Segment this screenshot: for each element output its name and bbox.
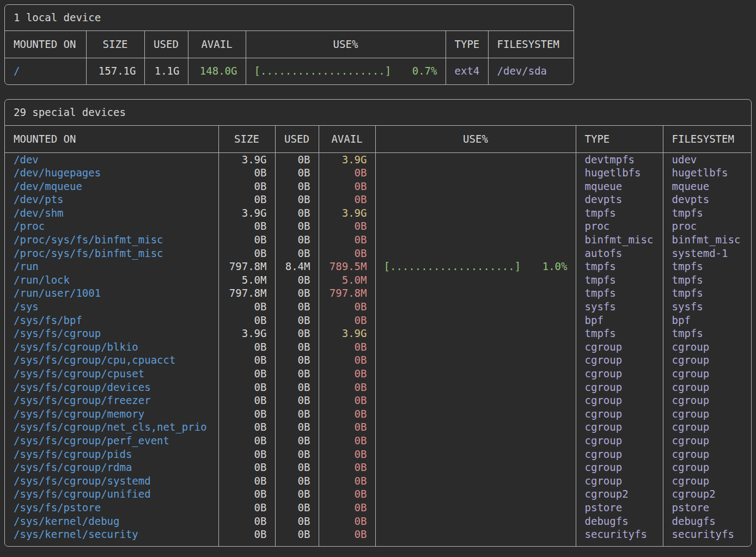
avail-cell: 0B [319, 474, 375, 488]
avail-cell: 3.9G [319, 206, 375, 220]
avail-cell: 0B [319, 166, 375, 180]
device-row: /dev/mqueue0B0B0Bmqueuemqueue [5, 180, 752, 193]
device-row: /dev/pts0B0B0Bdevptsdevpts [5, 193, 752, 206]
usage-cell [375, 353, 576, 367]
size-cell: 5.0M [218, 273, 275, 287]
avail-cell: 0B [319, 528, 375, 546]
filesystem-cell: tmpfs [663, 327, 752, 340]
filesystem-cell: debugfs [663, 515, 752, 528]
column-header-size: SIZE [218, 126, 275, 152]
usage-meter: [....................]0.7% [246, 64, 446, 78]
mount-point-cell: /run/lock [5, 273, 218, 287]
size-cell: 0B [218, 247, 275, 260]
avail-cell: 0B [319, 434, 375, 448]
type-cell: binfmt_misc [576, 233, 663, 247]
type-cell: tmpfs [576, 286, 663, 300]
avail-cell: 3.9G [319, 327, 375, 340]
size-cell: 0B [218, 501, 275, 515]
device-row: /sys/fs/cgroup/cpu,cpuacct0B0B0Bcgroupcg… [5, 353, 752, 367]
usage-cell [375, 206, 576, 220]
mount-point-cell: /sys/fs/cgroup/perf_event [5, 434, 218, 448]
used-cell: 0B [275, 515, 319, 528]
filesystem-cell: cgroup2 [663, 487, 752, 501]
type-cell: tmpfs [576, 260, 663, 273]
filesystem-cell: bpf [663, 314, 752, 327]
avail-cell: 0B [319, 340, 375, 354]
avail-cell: 0B [319, 219, 375, 233]
local-devices-table: MOUNTED ON SIZE USED AVAIL USE% TYPE FIL… [5, 31, 574, 84]
type-cell: devpts [576, 193, 663, 206]
type-cell: cgroup [576, 381, 663, 394]
avail-cell: 0B [319, 193, 375, 206]
used-cell: 0B [275, 434, 319, 448]
device-row: /dev/hugepages0B0B0Bhugetlbfshugetlbfs [5, 166, 752, 180]
usage-cell [375, 166, 576, 180]
device-row: /sys/fs/cgroup/blkio0B0B0Bcgroupcgroup [5, 340, 752, 354]
special-devices-panel-title: 29 special devices [5, 100, 751, 126]
usage-cell [375, 273, 576, 287]
device-row: /sys/fs/cgroup/freezer0B0B0Bcgroupcgroup [5, 394, 752, 407]
special-devices-panel: 29 special devices MOUNTED ON SIZE USED … [4, 99, 752, 547]
usage-cell [375, 340, 576, 354]
type-cell: debugfs [576, 515, 663, 528]
size-cell: 3.9G [218, 327, 275, 340]
mount-point-cell: /sys/fs/pstore [5, 501, 218, 515]
type-cell: cgroup [576, 340, 663, 354]
type-cell: devtmpfs [576, 152, 663, 166]
mount-point-cell: /proc/sys/fs/binfmt_misc [5, 247, 218, 260]
device-row: /proc/sys/fs/binfmt_misc0B0B0Bbinfmt_mis… [5, 233, 752, 247]
type-cell: tmpfs [576, 327, 663, 340]
device-row: /sys/fs/cgroup/perf_event0B0B0Bcgroupcgr… [5, 434, 752, 448]
usage-cell [375, 394, 576, 407]
mount-point-cell: /run [5, 260, 218, 273]
mount-point-cell: /run/user/1001 [5, 286, 218, 300]
usage-cell [375, 367, 576, 381]
mount-point-cell: /sys/fs/cgroup/cpuset [5, 367, 218, 381]
device-row: /sys/kernel/debug0B0B0Bdebugfsdebugfs [5, 515, 752, 528]
size-cell: 0B [218, 300, 275, 314]
used-cell: 0B [275, 327, 319, 340]
usage-cell [375, 180, 576, 193]
device-row: /run797.8M8.4M789.5M[...................… [5, 260, 752, 273]
size-cell: 0B [218, 166, 275, 180]
used-cell: 0B [275, 461, 319, 474]
mount-point-cell: /sys/fs/cgroup/blkio [5, 340, 218, 354]
avail-cell: 0B [319, 515, 375, 528]
used-cell: 0B [275, 247, 319, 260]
mount-point-cell: /proc/sys/fs/binfmt_misc [5, 233, 218, 247]
usage-cell [375, 448, 576, 461]
filesystem-cell: cgroup [663, 474, 752, 488]
device-row: /sys/fs/cgroup/pids0B0B0Bcgroupcgroup [5, 448, 752, 461]
filesystem-cell: cgroup [663, 407, 752, 421]
column-header-used: USED [275, 126, 319, 152]
local-devices-table-body: /157.1G1.1G148.0G[....................]0… [5, 58, 574, 84]
avail-cell: 3.9G [319, 152, 375, 166]
filesystem-cell: cgroup [663, 340, 752, 354]
device-row: /sys/kernel/security0B0B0Bsecurityfssecu… [5, 528, 752, 546]
usage-cell [375, 501, 576, 515]
filesystem-cell: cgroup [663, 448, 752, 461]
type-cell: cgroup [576, 448, 663, 461]
type-cell: cgroup [576, 407, 663, 421]
size-cell: 3.9G [218, 206, 275, 220]
type-cell: cgroup [576, 434, 663, 448]
usage-cell [375, 420, 576, 434]
column-header-filesystem: FILESYSTEM [663, 126, 752, 152]
device-row: /sys/fs/cgroup/systemd0B0B0Bcgroupcgroup [5, 474, 752, 488]
size-cell: 0B [218, 420, 275, 434]
avail-cell: 789.5M [319, 260, 375, 273]
avail-cell: 0B [319, 233, 375, 247]
mount-point-cell: /sys/fs/bpf [5, 314, 218, 327]
usage-cell [375, 219, 576, 233]
size-cell: 0B [218, 381, 275, 394]
size-cell: 0B [218, 487, 275, 501]
size-cell: 0B [218, 233, 275, 247]
size-cell: 797.8M [218, 260, 275, 273]
used-cell: 0B [275, 314, 319, 327]
used-cell: 8.4M [275, 260, 319, 273]
column-header-used: USED [144, 31, 188, 58]
avail-cell: 148.0G [188, 58, 246, 84]
filesystem-cell: sysfs [663, 300, 752, 314]
mount-point-cell: /sys/fs/cgroup/pids [5, 448, 218, 461]
used-cell: 0B [275, 286, 319, 300]
